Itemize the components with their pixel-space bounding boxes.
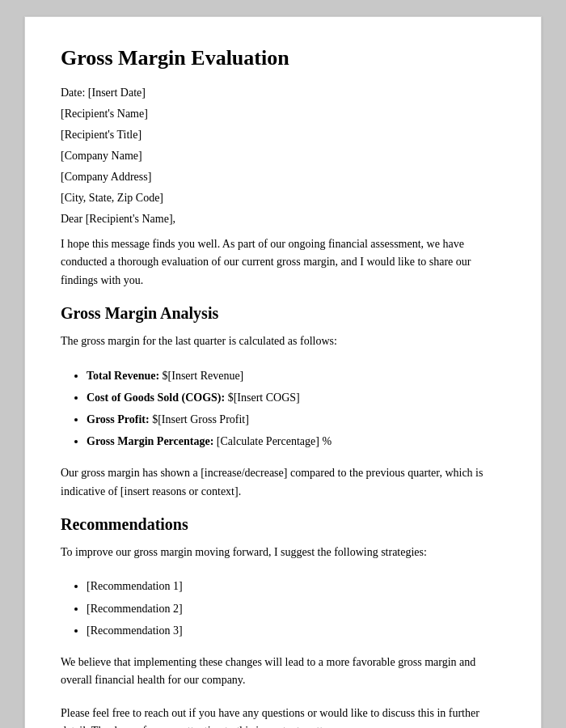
rec-text-3: [Recommendation 3] [87,624,183,637]
rec-text-1: [Recommendation 1] [87,580,183,592]
rec-text-2: [Recommendation 2] [87,603,183,615]
list-item: [Recommendation 2] [87,599,505,619]
gross-margin-closing: Our gross margin has shown a [increase/d… [61,464,505,501]
bullet-bold-2: Cost of Goods Sold (COGS): [87,392,225,404]
company-address: [Company Address] [61,171,505,184]
bullet-bold-1: Total Revenue: [87,370,159,382]
recipient-name: [Recipient's Name] [61,108,505,121]
document-container: Gross Margin Evaluation Date: [Insert Da… [24,16,542,728]
recipient-title: [Recipient's Title] [61,129,505,142]
city-state-zip: [City, State, Zip Code] [61,192,505,205]
section-title-gross-margin: Gross Margin Analysis [61,304,505,323]
company-name: [Company Name] [61,150,505,163]
greeting-line: Dear [Recipient's Name], [61,213,505,226]
gross-margin-bullets: Total Revenue: $[Insert Revenue] Cost of… [87,366,505,452]
section-title-recommendations: Recommendations [61,515,505,534]
bullet-bold-4: Gross Margin Percentage: [87,435,213,447]
recommendations-bullets: [Recommendation 1] [Recommendation 2] [R… [87,576,505,641]
list-item: Gross Margin Percentage: [Calculate Perc… [87,431,505,451]
bullet-text-1: $[Insert Revenue] [159,370,243,382]
gross-margin-intro: The gross margin for the last quarter is… [61,332,505,350]
intro-paragraph: I hope this message finds you well. As p… [61,235,505,290]
list-item: Cost of Goods Sold (COGS): $[Insert COGS… [87,387,505,408]
date-line: Date: [Insert Date] [61,87,505,99]
recommendations-closing-1: We believe that implementing these chang… [61,654,505,690]
bullet-text-2: $[Insert COGS] [225,392,300,404]
bullet-text-3: $[Insert Gross Profit] [150,413,249,425]
bullet-text-4: [Calculate Percentage] % [213,435,332,447]
list-item: Gross Profit: $[Insert Gross Profit] [87,409,505,430]
recommendations-closing-2: Please feel free to reach out if you hav… [61,705,505,728]
bullet-bold-3: Gross Profit: [87,413,150,425]
list-item: [Recommendation 1] [87,576,505,596]
recommendations-intro: To improve our gross margin moving forwa… [61,544,505,561]
list-item: [Recommendation 3] [87,620,505,641]
document-title: Gross Margin Evaluation [61,46,505,70]
list-item: Total Revenue: $[Insert Revenue] [87,366,505,386]
